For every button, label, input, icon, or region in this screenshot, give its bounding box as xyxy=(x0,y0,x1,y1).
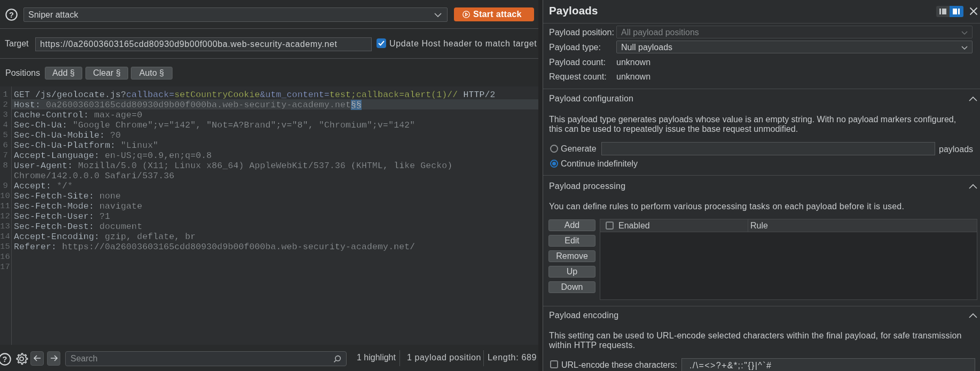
svg-text:?: ? xyxy=(3,355,7,364)
svg-text:?: ? xyxy=(9,11,14,19)
